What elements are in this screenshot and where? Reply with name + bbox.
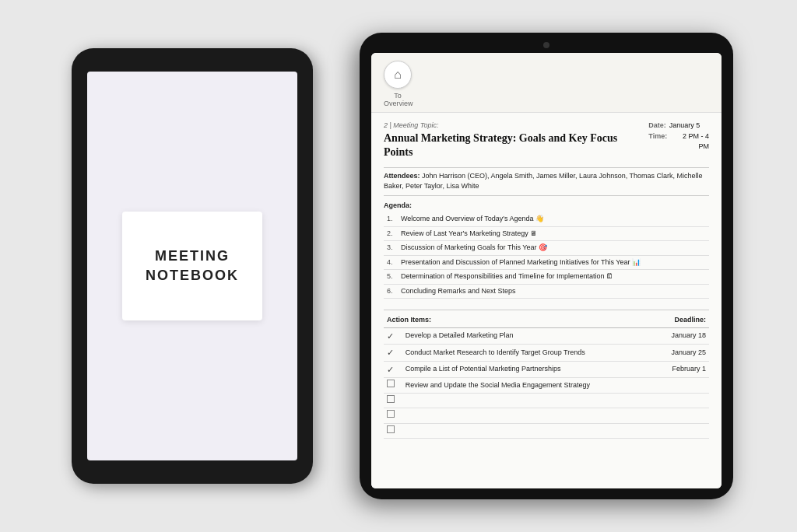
action-row: ✓ Develop a Detailed Marketing Plan Janu…: [384, 327, 709, 345]
agenda-text: Review of Last Year's Marketing Strategy…: [398, 226, 709, 241]
deadline-value: January 25: [655, 345, 709, 362]
agenda-table: 1. Welcome and Overview of Today's Agend…: [384, 212, 709, 299]
date-label: Date:: [648, 121, 666, 131]
agenda-num: 5.: [384, 270, 398, 285]
time-row: Time: 2 PM - 4 PM: [648, 131, 709, 152]
time-label: Time:: [648, 131, 667, 152]
checked-icon: ✓: [387, 365, 394, 374]
document-content: 2 | Meeting Topic: Annual Marketing Stra…: [371, 113, 722, 488]
deadline-value: [655, 393, 709, 408]
doc-title: Annual Marketing Strategy: Goals and Key…: [384, 131, 648, 159]
action-text: Compile a List of Potential Marketing Pa…: [402, 361, 655, 378]
action-row: Review and Update the Social Media Engag…: [384, 378, 709, 394]
agenda-row: 1. Welcome and Overview of Today's Agend…: [384, 212, 709, 226]
agenda-num: 1.: [384, 212, 398, 226]
agenda-label: Agenda:: [384, 201, 709, 212]
agenda-row: 5. Determination of Responsibilities and…: [384, 270, 709, 285]
empty-checkbox[interactable]: [387, 410, 395, 418]
checkbox[interactable]: [387, 380, 395, 387]
attendees-label: Attendees:: [384, 172, 420, 180]
divider-2: [384, 195, 709, 196]
screen-header: ⌂ To Overview: [371, 53, 722, 113]
home-icon: ⌂: [394, 68, 402, 82]
agenda-num: 6.: [384, 284, 398, 299]
attendees-list: John Harrison (CEO), Angela Smith, James…: [384, 172, 703, 191]
checkbox-cell: ✓: [384, 327, 402, 345]
deadline-value: [655, 423, 709, 439]
action-row: [384, 393, 709, 408]
checkbox-cell: [384, 378, 402, 394]
agenda-text: Presentation and Discussion of Planned M…: [398, 255, 709, 270]
action-text: [402, 423, 655, 439]
agenda-row: 2. Review of Last Year's Marketing Strat…: [384, 226, 709, 241]
action-row: ✓ Compile a List of Potential Marketing …: [384, 361, 709, 378]
notebook-cover: MEETING NOTEBOOK: [122, 212, 262, 320]
action-text: [402, 408, 655, 424]
deadline-value: [655, 378, 709, 394]
action-items-header: Action Items: Deadline:: [384, 313, 709, 327]
notebook-title-line1: MEETING: [155, 248, 230, 264]
deadline-value: [655, 408, 709, 424]
checked-icon: ✓: [387, 331, 394, 341]
camera: [543, 42, 549, 48]
agenda-text: Discussion of Marketing Goals for This Y…: [398, 241, 709, 256]
notebook-title: MEETING NOTEBOOK: [146, 247, 239, 285]
deadline-value: February 1: [655, 361, 709, 378]
back-tablet: MEETING NOTEBOOK: [72, 48, 313, 484]
action-text: Review and Update the Social Media Engag…: [402, 378, 655, 394]
action-table: Action Items: Deadline: ✓ Develop a Deta…: [384, 313, 709, 439]
date-row: Date: January 5: [648, 121, 709, 131]
action-text: Develop a Detailed Marketing Plan: [402, 327, 655, 345]
page-topic-left: 2 | Meeting Topic: Annual Marketing Stra…: [384, 121, 648, 164]
page-info: 2 | Meeting Topic:: [384, 121, 648, 131]
deadline-value: January 18: [655, 327, 709, 345]
checkbox-cell: [384, 393, 402, 408]
checked-icon: ✓: [387, 348, 394, 357]
action-row: [384, 423, 709, 439]
checkbox-cell: [384, 408, 402, 424]
time-value: 2 PM - 4 PM: [670, 131, 709, 152]
agenda-row: 3. Discussion of Marketing Goals for Thi…: [384, 241, 709, 256]
action-items-label: Action Items:: [384, 313, 655, 327]
doc-meta: Date: January 5 Time: 2 PM - 4 PM: [648, 121, 709, 152]
agenda-text: Welcome and Overview of Today's Agenda 👋: [398, 212, 709, 226]
overview-label: To Overview: [384, 92, 412, 107]
action-text: [402, 393, 655, 408]
checkbox-cell: ✓: [384, 361, 402, 378]
agenda-text: Concluding Remarks and Next Steps: [398, 284, 709, 299]
action-row: ✓ Conduct Market Research to Identify Ta…: [384, 345, 709, 362]
action-row: [384, 408, 709, 424]
agenda-num: 2.: [384, 226, 398, 241]
empty-checkbox[interactable]: [387, 395, 395, 403]
doc-header-row: 2 | Meeting Topic: Annual Marketing Stra…: [384, 121, 709, 164]
checkbox-cell: ✓: [384, 345, 402, 362]
agenda-row: 6. Concluding Remarks and Next Steps: [384, 284, 709, 299]
notebook-title-line2: NOTEBOOK: [146, 268, 239, 283]
attendees-section: Attendees: John Harrison (CEO), Angela S…: [384, 171, 709, 192]
deadline-label: Deadline:: [655, 313, 709, 327]
divider-3: [384, 310, 709, 310]
front-tablet: ⌂ To Overview 2 | Meeting Topic: Annual …: [360, 33, 733, 499]
action-text: Conduct Market Research to Identify Targ…: [402, 345, 655, 362]
checkbox-cell: [384, 423, 402, 439]
agenda-text: Determination of Responsibilities and Ti…: [398, 270, 709, 285]
scene: MEETING NOTEBOOK ⌂ To Overview 2 |: [48, 25, 749, 507]
empty-checkbox[interactable]: [387, 425, 395, 433]
date-value: January 5: [669, 121, 700, 131]
back-tablet-screen: MEETING NOTEBOOK: [87, 72, 297, 460]
agenda-row: 4. Presentation and Discussion of Planne…: [384, 255, 709, 270]
divider-1: [384, 167, 709, 168]
agenda-num: 3.: [384, 241, 398, 256]
home-button[interactable]: ⌂: [384, 61, 412, 89]
agenda-num: 4.: [384, 255, 398, 270]
tablet-screen: ⌂ To Overview 2 | Meeting Topic: Annual …: [371, 53, 722, 488]
